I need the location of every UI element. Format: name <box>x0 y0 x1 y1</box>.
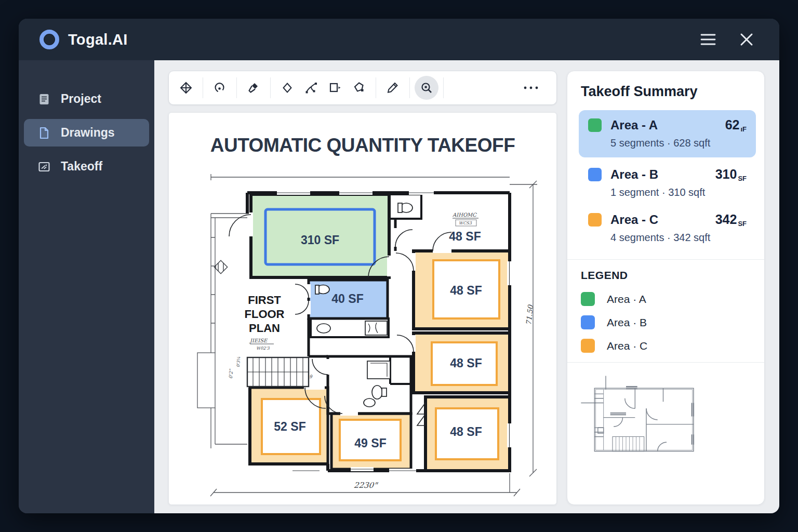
compass-diamond-icon <box>179 81 193 95</box>
sidebar-item-takeoff[interactable]: Takeoff <box>24 153 149 180</box>
tool-marker-button[interactable] <box>242 76 265 100</box>
area-detail: 4 segments · 342 sqft <box>588 232 747 244</box>
svg-text:WCS3: WCS3 <box>459 221 472 225</box>
tool-split-path-button[interactable] <box>299 76 323 100</box>
svg-text:0'3¼: 0'3¼ <box>236 356 241 367</box>
rectangle-select-icon <box>328 81 342 95</box>
toolbar-divider <box>236 77 237 98</box>
svg-text:FIRST: FIRST <box>248 294 281 307</box>
svg-text:W02'3: W02'3 <box>256 346 270 351</box>
area-b-swatch <box>588 168 602 181</box>
tool-pencil-button[interactable] <box>381 76 405 100</box>
polygon-icon <box>352 81 366 95</box>
tool-diamond-button[interactable] <box>275 76 299 100</box>
legend-label: Area · C <box>607 340 647 352</box>
svg-text:0'2": 0'2" <box>228 369 234 379</box>
legend-item-a: Area · A <box>581 292 756 306</box>
tool-compass-diamond-button[interactable] <box>174 76 198 100</box>
area-detail: 5 segments · 628 sqft <box>588 137 747 149</box>
room-label: 48 SF <box>449 230 481 243</box>
tool-zoom-search-button[interactable] <box>415 76 438 100</box>
tool-lasso-button[interactable] <box>208 76 232 100</box>
panel-title: Takeoff Summary <box>581 84 756 100</box>
room-label: 49 SF <box>354 436 386 450</box>
legend-heading: LEGEND <box>581 269 756 282</box>
legend-item-c: Area · C <box>581 339 756 353</box>
toolbar-divider <box>376 77 376 98</box>
area-c-swatch <box>588 213 602 227</box>
sidebar-item-label: Drawings <box>61 126 115 140</box>
togal-logo-icon <box>39 30 59 49</box>
area-summary-row-b[interactable]: Area - B 310SF 1 segment · 310 sqft <box>579 161 756 206</box>
floor-plan: 71.50 2230" AIHOMC WCS3 JIEISE W02'3 0'2… <box>174 159 552 497</box>
legend-swatch-green <box>581 292 595 306</box>
legend-swatch-orange <box>581 339 595 353</box>
panel-divider <box>567 362 764 363</box>
drawing-canvas[interactable]: AUTOMATIC QUANTITY TAKEOFF <box>168 112 557 505</box>
split-path-icon <box>304 81 318 95</box>
main-area: AUTOMATIC QUANTITY TAKEOFF <box>154 60 779 513</box>
dimension-bottom: 2230" <box>353 481 379 490</box>
ellipsis-icon <box>523 86 539 90</box>
marker-icon <box>247 81 260 95</box>
area-value: 310SF <box>715 167 747 182</box>
area-detail: 1 segment · 310 sqft <box>588 187 747 198</box>
sidebar-item-drawings[interactable]: Drawings <box>24 119 149 147</box>
tool-polygon-button[interactable] <box>347 76 371 100</box>
diamond-icon <box>281 81 294 95</box>
room-label: 310 SF <box>301 233 339 247</box>
legend-swatch-blue <box>581 315 595 329</box>
app-title: Togal.AI <box>68 31 128 48</box>
area-value: 62ıF <box>725 117 747 132</box>
legend-item-b: Area · B <box>581 315 756 329</box>
svg-text:JIEISE: JIEISE <box>249 338 268 344</box>
svg-text:9: 9 <box>309 374 313 379</box>
toolbar-divider <box>270 77 271 98</box>
area-value: 342SF <box>715 212 747 227</box>
svg-text:PLAN: PLAN <box>249 322 280 335</box>
room-label: 40 SF <box>331 292 363 305</box>
area-summary-card-a[interactable]: Area - A 62ıF 5 segments · 628 sqft <box>579 110 756 157</box>
plan-title: FIRST FLOOR PLAN <box>245 294 285 335</box>
title-bar: Togal.AI <box>19 19 779 60</box>
toolbar-divider <box>443 77 444 98</box>
svg-text:2230": 2230" <box>353 481 379 490</box>
plan-thumbnail-drawing <box>579 372 714 468</box>
area-name: Area - C <box>610 212 658 227</box>
lasso-icon <box>213 81 227 95</box>
toolbar-divider <box>203 77 203 98</box>
sidebar-item-label: Project <box>61 92 101 106</box>
app-window: Togal.AI Project <box>19 19 779 513</box>
canvas-title: AUTOMATIC QUANTITY TAKEOFF <box>169 135 556 156</box>
takeoff-measure-icon <box>37 160 51 174</box>
close-button[interactable] <box>738 31 755 48</box>
close-icon <box>740 33 753 46</box>
sidebar: Project Drawings Takeoff <box>19 60 154 513</box>
pencil-icon <box>386 81 400 95</box>
plan-thumbnail[interactable] <box>579 372 756 470</box>
room-label: 52 SF <box>274 420 305 433</box>
hamburger-icon <box>700 33 716 46</box>
tool-rectangle-select-button[interactable] <box>323 76 347 100</box>
sidebar-item-label: Takeoff <box>61 159 102 174</box>
hatch-symbol <box>214 260 227 273</box>
legend-label: Area · A <box>607 293 646 305</box>
area-summary-row-c[interactable]: Area - C 342SF 4 segments · 342 sqft <box>579 206 756 251</box>
room-label: 48 SF <box>450 284 482 297</box>
area-name: Area - A <box>610 118 658 132</box>
toolbar-divider <box>409 77 410 98</box>
legend-label: Area · B <box>607 316 647 329</box>
panel-divider <box>567 259 764 260</box>
area-name: Area - B <box>610 167 658 182</box>
room-label: 48 SF <box>450 356 482 370</box>
svg-text:FLOOR: FLOOR <box>245 308 285 321</box>
area-a-swatch <box>588 118 602 132</box>
sidebar-item-project[interactable]: Project <box>24 85 149 113</box>
zoom-search-icon <box>420 81 433 95</box>
drawings-page-icon <box>37 126 51 140</box>
stairs <box>247 357 309 387</box>
takeoff-summary-panel: Takeoff Summary Area - A 62ıF 5 segments… <box>567 71 765 505</box>
menu-button[interactable] <box>699 31 717 48</box>
drawing-toolbar <box>168 71 557 105</box>
more-tools-button[interactable] <box>519 76 543 100</box>
